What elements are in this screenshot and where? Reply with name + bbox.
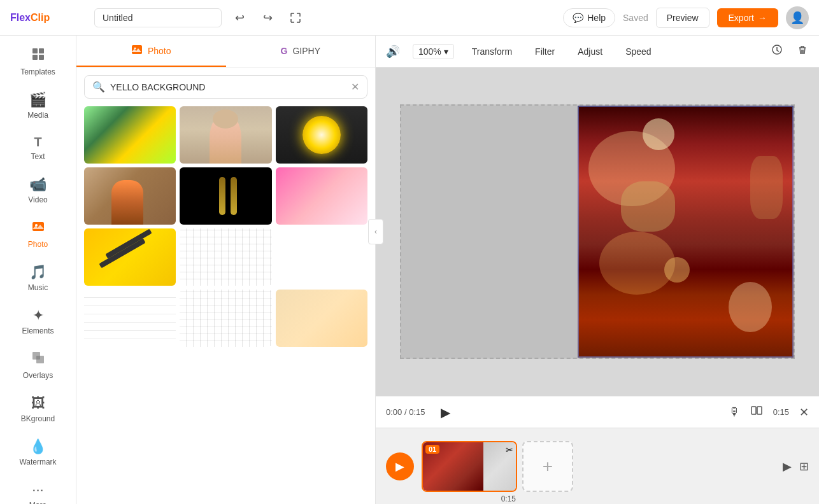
svg-rect-11: [751, 407, 756, 414]
tab-photo[interactable]: Photo: [76, 36, 226, 67]
giphy-tab-label: GIPHY: [292, 46, 320, 56]
sidebar-item-templates[interactable]: Templates: [0, 41, 76, 83]
sidebar-item-watermark[interactable]: 💧 Watermark: [0, 432, 76, 473]
header-actions: 💬 Help Saved Preview Export → 👤: [563, 6, 809, 29]
chat-icon: 💬: [573, 13, 583, 23]
transform-button[interactable]: Transform: [467, 44, 517, 59]
header: FlexClip ↩ ↪ 💬 Help Saved Preview Export…: [0, 0, 819, 36]
sidebar-item-text[interactable]: T Text: [0, 129, 76, 167]
video-icon: 📹: [29, 176, 46, 193]
svg-point-5: [35, 224, 38, 227]
export-label: Export: [729, 13, 754, 23]
timeline-play-button[interactable]: ▶: [386, 452, 414, 480]
add-clip-button[interactable]: +: [522, 441, 573, 492]
filter-button[interactable]: Filter: [530, 44, 560, 59]
sidebar-item-more[interactable]: ··· More: [0, 475, 76, 504]
sidebar-item-photo[interactable]: Photo: [0, 213, 76, 255]
help-button[interactable]: 💬 Help: [563, 8, 615, 27]
remove-button[interactable]: ✕: [799, 405, 809, 419]
scissors-icon[interactable]: ✂: [506, 445, 513, 455]
svg-rect-1: [39, 48, 44, 53]
adjust-button[interactable]: Adjust: [573, 44, 608, 59]
search-input[interactable]: [110, 82, 346, 92]
elements-icon: ✦: [32, 307, 44, 324]
list-item[interactable]: [84, 106, 176, 164]
music-icon: 🎵: [29, 264, 46, 281]
list-item[interactable]: [84, 228, 176, 286]
collapse-panel-handle[interactable]: ‹: [368, 219, 383, 244]
microphone-button[interactable]: 🎙: [729, 405, 740, 419]
title-input[interactable]: [94, 8, 222, 27]
svg-rect-3: [39, 55, 44, 60]
sidebar-item-media[interactable]: 🎬 Media: [0, 85, 76, 126]
delete-button[interactable]: [796, 43, 809, 59]
templates-label: Templates: [20, 67, 55, 76]
main-body: Templates 🎬 Media T Text 📹 Video Photo 🎵…: [0, 36, 819, 504]
list-item[interactable]: [180, 290, 271, 347]
user-avatar[interactable]: 👤: [786, 6, 809, 29]
fullscreen-button[interactable]: [285, 8, 306, 28]
redo-button[interactable]: ↪: [257, 8, 278, 28]
svg-rect-8: [132, 45, 142, 54]
sidebar-item-video[interactable]: 📹 Video: [0, 170, 76, 211]
photo-panel: Photo G GIPHY 🔍 ✕: [76, 36, 376, 504]
list-item[interactable]: [180, 167, 271, 225]
photo-grid-inner: [84, 106, 367, 347]
overlays-label: Overlays: [23, 371, 53, 380]
timeline-clip[interactable]: 01 0:15 ✂: [422, 441, 517, 492]
list-item[interactable]: [276, 228, 367, 286]
clip-number-badge: 01: [425, 445, 439, 454]
list-item[interactable]: [180, 228, 271, 286]
app-logo: FlexClip: [10, 12, 87, 24]
add-icon: +: [543, 456, 553, 477]
list-item[interactable]: [276, 167, 367, 225]
volume-icon[interactable]: 🔊: [386, 45, 400, 59]
giphy-tab-icon: G: [281, 46, 288, 56]
canvas-frame[interactable]: [400, 104, 795, 359]
photo-tab-icon: [131, 44, 143, 57]
play-button[interactable]: ▶: [435, 402, 455, 423]
sidebar-item-overlays[interactable]: Overlays: [0, 344, 76, 386]
more-label: More: [29, 501, 46, 504]
current-time: 0:00 / 0:15: [386, 407, 425, 417]
clip-duration: 0:15: [501, 494, 516, 503]
list-item[interactable]: [84, 290, 176, 347]
history-button[interactable]: [771, 43, 783, 59]
templates-icon: [31, 47, 45, 65]
list-item[interactable]: [276, 290, 367, 347]
list-item[interactable]: [180, 106, 271, 164]
list-item[interactable]: [276, 106, 367, 164]
svg-rect-12: [757, 407, 762, 414]
media-icon: 🎬: [29, 92, 46, 108]
timeline-play-control[interactable]: ▶: [783, 459, 792, 473]
timeline-controls: ▶ ⊞: [783, 459, 809, 473]
timeline-track: 01 0:15 ✂ +: [422, 438, 770, 495]
svg-rect-0: [32, 48, 38, 53]
saved-status: Saved: [623, 13, 648, 23]
preview-button[interactable]: Preview: [656, 8, 709, 28]
zoom-dropdown-icon: ▾: [444, 46, 448, 57]
photo-label: Photo: [28, 240, 48, 249]
zoom-level: 100%: [418, 46, 441, 57]
music-label: Music: [28, 283, 48, 292]
speed-button[interactable]: Speed: [620, 44, 656, 59]
canvas-toolbar: 🔊 100% ▾ Transform Filter Adjust Speed: [376, 36, 819, 67]
tab-giphy[interactable]: G GIPHY: [226, 36, 376, 67]
sidebar-item-elements[interactable]: ✦ Elements: [0, 301, 76, 342]
list-item[interactable]: [84, 167, 176, 225]
photo-grid: [76, 106, 375, 504]
sidebar: Templates 🎬 Media T Text 📹 Video Photo 🎵…: [0, 36, 76, 504]
bkground-icon: 🖼: [31, 395, 45, 412]
export-button[interactable]: Export →: [717, 8, 778, 27]
zoom-control[interactable]: 100% ▾: [413, 44, 454, 59]
timeline-add-control[interactable]: ⊞: [799, 459, 809, 473]
undo-button[interactable]: ↩: [229, 8, 250, 28]
clear-search-button[interactable]: ✕: [351, 81, 359, 93]
split-button[interactable]: [750, 404, 763, 420]
photo-tab-label: Photo: [148, 46, 171, 56]
help-label: Help: [587, 13, 606, 23]
sidebar-item-bkground[interactable]: 🖼 BKground: [0, 389, 76, 430]
sidebar-item-music[interactable]: 🎵 Music: [0, 258, 76, 298]
search-bar: 🔍 ✕: [84, 75, 367, 99]
svg-rect-2: [32, 55, 38, 60]
